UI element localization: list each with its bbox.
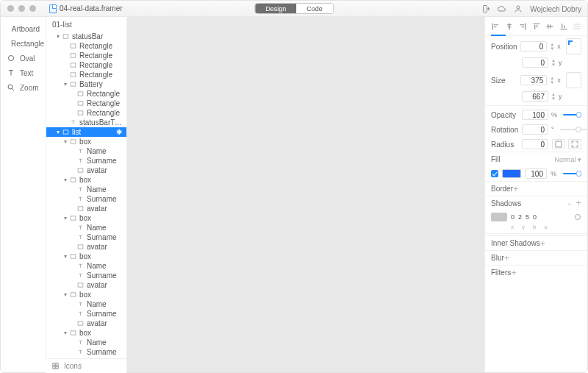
tool-zoom[interactable]: Zoom bbox=[1, 80, 46, 95]
origin-control[interactable] bbox=[566, 38, 581, 54]
sh-b[interactable]: 5 bbox=[526, 213, 529, 221]
add-blur[interactable]: + bbox=[504, 255, 510, 262]
mode-design[interactable]: Design bbox=[255, 4, 296, 13]
layer-row[interactable]: ▾box bbox=[46, 252, 126, 261]
close-window[interactable] bbox=[7, 5, 14, 12]
align-left-icon[interactable] bbox=[491, 22, 500, 31]
radius-field[interactable]: 0 bbox=[522, 139, 548, 149]
fill-swatch[interactable] bbox=[502, 169, 521, 178]
tool-text[interactable]: Text bbox=[1, 65, 46, 80]
layer-row[interactable]: Name bbox=[46, 261, 126, 271]
align-right-icon[interactable] bbox=[518, 22, 527, 31]
distribute-icon[interactable] bbox=[573, 22, 581, 31]
radius-uniform[interactable] bbox=[552, 139, 565, 149]
layer-row[interactable]: Surname bbox=[46, 156, 126, 166]
layer-row[interactable]: Rectangle bbox=[46, 89, 126, 99]
layers-root[interactable]: 01-list bbox=[46, 17, 126, 32]
radius-per-corner[interactable] bbox=[568, 139, 581, 149]
svg-point-1 bbox=[517, 6, 520, 9]
remove-shadow[interactable]: − bbox=[567, 200, 571, 207]
rotation-slider[interactable] bbox=[560, 127, 581, 132]
layer-row[interactable]: Rectangle bbox=[46, 60, 126, 70]
shadow-swatch[interactable] bbox=[491, 213, 507, 221]
gear-icon[interactable]: ✱ bbox=[116, 128, 122, 136]
sh-y[interactable]: 2 bbox=[518, 213, 522, 221]
align-bottom-icon[interactable] bbox=[559, 22, 568, 31]
layer-row[interactable]: ▾box bbox=[46, 328, 126, 338]
avatar-icon[interactable] bbox=[514, 4, 523, 13]
layer-row[interactable]: Rectangle bbox=[46, 108, 126, 118]
minimize-window[interactable] bbox=[18, 5, 25, 12]
layer-row[interactable]: statusBarTime bbox=[46, 118, 126, 127]
file-name: 04-real-data.framer bbox=[60, 4, 123, 13]
canvas[interactable] bbox=[127, 17, 484, 372]
file-tab[interactable]: 04-real-data.framer bbox=[49, 4, 123, 13]
layer-row[interactable]: avatar bbox=[46, 319, 126, 328]
maximize-window[interactable] bbox=[29, 5, 36, 12]
layer-row[interactable]: ▾statusBar bbox=[46, 32, 126, 41]
fill-opacity-field[interactable]: 100 bbox=[525, 168, 547, 179]
layer-row[interactable]: Name bbox=[46, 146, 126, 156]
layer-row[interactable]: ▾list✱ bbox=[46, 127, 126, 137]
layer-row[interactable]: Rectangle bbox=[46, 41, 126, 51]
add-inner-shadow[interactable]: + bbox=[540, 240, 546, 247]
layer-row[interactable]: avatar bbox=[46, 280, 126, 290]
layer-row[interactable]: Surname bbox=[46, 309, 126, 319]
layer-row[interactable]: Name bbox=[46, 299, 126, 309]
tool-rectangle[interactable]: Rectangle bbox=[1, 36, 46, 51]
layer-row[interactable]: Surname bbox=[46, 271, 126, 280]
layer-row[interactable]: Surname bbox=[46, 232, 126, 242]
layer-row[interactable]: Name bbox=[46, 185, 126, 194]
layer-row[interactable]: avatar bbox=[46, 204, 126, 213]
layer-row[interactable]: Surname bbox=[46, 347, 126, 357]
pos-y-field[interactable]: 0 bbox=[522, 57, 548, 68]
layer-row[interactable]: Rectangle bbox=[46, 99, 126, 108]
size-w-field[interactable]: 375 bbox=[520, 75, 547, 85]
tool-oval[interactable]: Oval bbox=[1, 51, 46, 65]
layers-footer[interactable]: Icons bbox=[46, 358, 126, 373]
add-shadow[interactable]: + bbox=[576, 197, 581, 208]
layer-row[interactable]: Rectangle bbox=[46, 70, 126, 79]
cloud-icon[interactable] bbox=[498, 4, 506, 13]
mode-code[interactable]: Code bbox=[296, 4, 333, 13]
layer-row[interactable]: avatar bbox=[46, 242, 126, 252]
layer-row[interactable]: ▾box bbox=[46, 290, 126, 299]
size-w-stepper[interactable]: ▲▼ bbox=[550, 77, 554, 85]
fill-enabled-checkbox[interactable] bbox=[491, 170, 498, 177]
layer-label: Surname bbox=[87, 157, 117, 165]
layer-label: Name bbox=[87, 224, 107, 232]
fill-slider[interactable] bbox=[563, 171, 581, 176]
layer-row[interactable]: avatar bbox=[46, 166, 126, 175]
size-h-field[interactable]: 667 bbox=[522, 91, 548, 102]
align-top-icon[interactable] bbox=[532, 22, 541, 31]
layer-row[interactable]: Name bbox=[46, 223, 126, 232]
opacity-field[interactable]: 100 bbox=[522, 110, 548, 120]
add-border[interactable]: + bbox=[513, 185, 519, 193]
layer-row[interactable]: ▾box bbox=[46, 213, 126, 223]
rect-icon bbox=[68, 177, 77, 183]
blend[interactable]: Normal ▾ bbox=[554, 156, 581, 163]
align-vcenter-icon[interactable] bbox=[545, 22, 554, 31]
layer-label: Rectangle bbox=[79, 71, 112, 79]
size-h-stepper[interactable]: ▲▼ bbox=[551, 93, 556, 101]
layer-row[interactable]: Name bbox=[46, 338, 126, 347]
sh-s[interactable]: 0 bbox=[533, 213, 537, 221]
align-hcenter-icon[interactable] bbox=[505, 22, 514, 31]
pos-x-field[interactable]: 0 bbox=[520, 41, 547, 51]
layer-label: avatar bbox=[87, 205, 107, 213]
add-filter[interactable]: + bbox=[511, 269, 517, 277]
pos-x-stepper[interactable]: ▲▼ bbox=[550, 43, 554, 51]
opacity-slider[interactable] bbox=[563, 113, 581, 117]
sh-x[interactable]: 0 bbox=[511, 213, 514, 221]
prop-position-y: 0 ▲▼ y bbox=[485, 55, 587, 70]
add-device-icon[interactable] bbox=[481, 4, 490, 13]
rotation-field[interactable]: 0 bbox=[522, 124, 548, 135]
layer-row[interactable]: ▾box bbox=[46, 175, 126, 185]
tool-artboard[interactable]: Artboard bbox=[1, 21, 46, 36]
layer-row[interactable]: Rectangle bbox=[46, 51, 126, 60]
pos-y-stepper[interactable]: ▲▼ bbox=[551, 59, 556, 67]
layer-row[interactable]: ▾Battery bbox=[46, 79, 126, 89]
layer-row[interactable]: ▾box bbox=[46, 137, 126, 146]
layer-row[interactable]: Surname bbox=[46, 194, 126, 204]
shadow-type-icon[interactable] bbox=[574, 213, 581, 221]
